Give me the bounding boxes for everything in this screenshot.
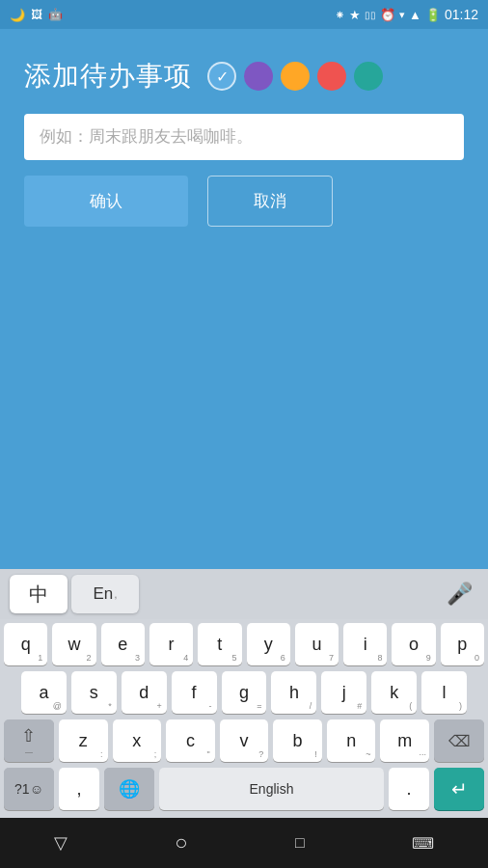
bluetooth-icon: ⁕: [335, 8, 345, 22]
signal-icon: ▲: [409, 8, 421, 22]
key-f[interactable]: f-: [172, 671, 217, 714]
key-j[interactable]: j#: [321, 671, 366, 714]
alarm-icon: ⏰: [380, 8, 395, 22]
globe-key[interactable]: 🌐: [104, 768, 154, 810]
mic-icon[interactable]: 🎤: [440, 575, 478, 613]
android-icon: 🤖: [48, 8, 63, 21]
dot-purple[interactable]: [244, 62, 273, 91]
time-display: 01:12: [445, 7, 478, 22]
app-title: 添加待办事项: [24, 58, 192, 95]
keyboard-icon[interactable]: ⌨: [412, 834, 434, 853]
comma-key[interactable]: ,: [59, 768, 99, 810]
battery-icon: 🔋: [425, 8, 441, 22]
enter-key[interactable]: ↵: [434, 768, 484, 810]
back-triangle-icon[interactable]: ▽: [54, 832, 68, 854]
key-w[interactable]: w2: [52, 623, 95, 665]
keyboard-toolbar: 中 En, 🎤: [0, 569, 488, 619]
dot-green[interactable]: [354, 62, 383, 91]
lang-zh-button[interactable]: 中: [10, 575, 68, 613]
key-q[interactable]: q1: [4, 623, 47, 665]
key-o[interactable]: o9: [392, 623, 435, 665]
key-a[interactable]: a@: [21, 671, 67, 714]
status-bar: 🌙 🖼 🤖 ⁕ ★ ▯▯ ⏰ ▾ ▲ 🔋 01:12: [0, 0, 488, 29]
status-bar-left: 🌙 🖼 🤖: [10, 8, 63, 22]
image-icon: 🖼: [31, 8, 42, 21]
keyboard-keys: q1 w2 e3 r4 t5 y6 u7 i8 o9 p0 a@ s* d+ f…: [0, 619, 488, 818]
todo-input[interactable]: [40, 127, 448, 147]
key-i[interactable]: i8: [343, 623, 387, 665]
key-c[interactable]: c": [166, 719, 215, 762]
cancel-button[interactable]: 取消: [207, 176, 333, 227]
nav-bar: ▽ ○ □ ⌨: [0, 818, 488, 868]
input-container: [24, 114, 464, 160]
key-row-2: a@ s* d+ f- g= h/ j# k( l): [4, 671, 484, 714]
space-label: English: [250, 781, 294, 797]
key-b[interactable]: b!: [273, 719, 322, 762]
key-m[interactable]: m···: [380, 719, 429, 762]
button-row: 确认 取消: [24, 176, 464, 227]
key-u[interactable]: u7: [295, 623, 339, 665]
symbol-key[interactable]: ?1☺: [4, 768, 54, 810]
key-row-1: q1 w2 e3 r4 t5 y6 u7 i8 o9 p0: [4, 623, 484, 665]
app-area: 添加待办事项 ✓ 确认 取消: [0, 29, 488, 569]
key-v[interactable]: v?: [220, 719, 269, 762]
keyboard-area: 中 En, 🎤 q1 w2 e3 r4 t5 y6 u7 i8 o9 p0 a@…: [0, 569, 488, 818]
key-l[interactable]: l): [421, 671, 467, 714]
key-z[interactable]: z:: [59, 719, 108, 762]
confirm-button[interactable]: 确认: [24, 176, 188, 227]
backspace-key[interactable]: ⌫: [434, 719, 484, 762]
key-p[interactable]: p0: [441, 623, 484, 665]
space-key[interactable]: English: [159, 768, 384, 810]
star-icon: ★: [349, 8, 361, 22]
key-row-bottom: ?1☺ , 🌐 English . ↵: [4, 768, 484, 810]
wifi-icon: ▾: [399, 9, 405, 21]
key-g[interactable]: g=: [222, 671, 267, 714]
key-y[interactable]: y6: [247, 623, 290, 665]
status-bar-right: ⁕ ★ ▯▯ ⏰ ▾ ▲ 🔋 01:12: [335, 7, 478, 22]
period-key[interactable]: .: [389, 768, 429, 810]
vibrate-icon: ▯▯: [365, 10, 376, 20]
key-n[interactable]: n~: [327, 719, 376, 762]
dot-pink[interactable]: [317, 62, 346, 91]
key-t[interactable]: t5: [198, 623, 241, 665]
key-row-3: ⇧— z: x; c" v? b! n~ m··· ⌫: [4, 719, 484, 762]
color-dots: ✓: [207, 62, 383, 91]
key-d[interactable]: d+: [122, 671, 167, 714]
lang-en-button[interactable]: En,: [71, 575, 139, 613]
home-circle-icon[interactable]: ○: [175, 830, 187, 855]
key-h[interactable]: h/: [271, 671, 316, 714]
dot-orange[interactable]: [281, 62, 310, 91]
key-s[interactable]: s*: [71, 671, 117, 714]
recent-square-icon[interactable]: □: [295, 834, 305, 852]
title-row: 添加待办事项 ✓: [24, 58, 464, 95]
key-r[interactable]: r4: [149, 623, 193, 665]
key-e[interactable]: e3: [101, 623, 145, 665]
dot-check[interactable]: ✓: [207, 62, 236, 91]
shift-key[interactable]: ⇧—: [4, 719, 54, 762]
key-x[interactable]: x;: [113, 719, 162, 762]
key-k[interactable]: k(: [371, 671, 417, 714]
moon-icon: 🌙: [10, 8, 25, 22]
